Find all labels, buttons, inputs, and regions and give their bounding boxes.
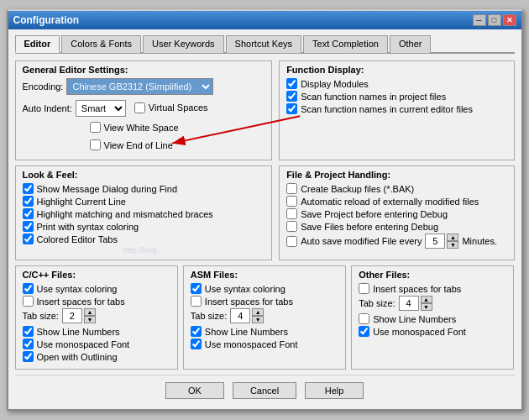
- look-feel-section: Look & Feel: Show Message Dialog during …: [15, 165, 273, 260]
- cpp-show-line-numbers-label: Show Line Numbers: [37, 327, 120, 337]
- ok-button[interactable]: OK: [165, 382, 224, 399]
- scan-project-row: Scan function names in project files: [286, 91, 506, 102]
- auto-save-value[interactable]: [425, 234, 445, 249]
- asm-monospaced-label: Use monospaced Font: [205, 339, 298, 349]
- other-insert-spaces-checkbox[interactable]: [359, 283, 369, 294]
- asm-use-syntax-checkbox[interactable]: [191, 283, 202, 294]
- other-spin-up[interactable]: ▲: [421, 296, 432, 303]
- asm-use-syntax-label: Use syntax coloring: [205, 284, 285, 294]
- middle-sections: Look & Feel: Show Message Dialog during …: [15, 165, 515, 260]
- tab-shortcut-keys[interactable]: Shortcut Keys: [226, 35, 301, 53]
- spin-down[interactable]: ▼: [447, 241, 458, 249]
- cpp-insert-spaces-checkbox[interactable]: [23, 296, 34, 307]
- close-button[interactable]: ✕: [503, 14, 516, 26]
- function-display-section: Function Display: Display Modules Scan f…: [279, 60, 514, 160]
- other-insert-spaces-row: Insert spaces for tabs: [359, 283, 506, 294]
- virtual-spaces-checkbox[interactable]: [134, 102, 145, 113]
- other-tab-size-label: Tab size:: [359, 298, 395, 308]
- tab-text-completion[interactable]: Text Completion: [303, 35, 388, 53]
- save-files-debug-label: Save Files before entering Debug: [301, 222, 438, 232]
- view-white-space-checkbox[interactable]: [90, 122, 101, 133]
- asm-spin-up[interactable]: ▲: [252, 308, 264, 316]
- asm-spin-down[interactable]: ▼: [252, 316, 264, 323]
- asm-tab-size-value[interactable]: [230, 308, 250, 323]
- create-backup-checkbox[interactable]: [286, 183, 297, 194]
- other-monospaced-checkbox[interactable]: [359, 326, 369, 337]
- show-message-dialog-checkbox[interactable]: [23, 183, 34, 194]
- colored-editor-tabs-checkbox[interactable]: [23, 234, 34, 244]
- cpp-tab-spinbox: ▲ ▼: [62, 308, 96, 323]
- view-white-space-label: View White Space: [104, 123, 179, 133]
- minutes-label: Minutes.: [462, 236, 497, 246]
- other-tab-size-row: Tab size: ▲ ▼: [359, 296, 506, 311]
- cpp-use-syntax-label: Use syntax coloring: [37, 284, 118, 294]
- cancel-button[interactable]: Cancel: [233, 382, 296, 399]
- asm-files-title: ASM Files:: [191, 270, 338, 280]
- highlight-current-line-label: Highlight Current Line: [37, 197, 126, 207]
- save-files-debug-checkbox[interactable]: [286, 221, 297, 232]
- file-project-item-4: Auto save modified File every ▲ ▼ Minute…: [286, 234, 506, 249]
- cpp-spin-up[interactable]: ▲: [84, 308, 96, 316]
- cpp-spin-down[interactable]: ▼: [84, 316, 96, 323]
- tab-colors-fonts[interactable]: Colors & Fonts: [61, 35, 141, 53]
- asm-monospaced-checkbox[interactable]: [191, 339, 202, 349]
- scan-current-row: Scan function names in current editor fi…: [286, 103, 506, 114]
- virtual-spaces-label: Virtual Spaces: [149, 102, 208, 113]
- window-title: Configuration: [13, 14, 80, 26]
- other-insert-spaces-label: Insert spaces for tabs: [373, 284, 461, 294]
- maximize-button[interactable]: □: [488, 14, 501, 26]
- cpp-monospaced-checkbox[interactable]: [23, 339, 34, 349]
- scan-project-checkbox[interactable]: [286, 91, 297, 102]
- display-modules-row: Display Modules: [286, 78, 506, 89]
- auto-reload-checkbox[interactable]: [286, 196, 297, 207]
- cpp-show-line-numbers-checkbox[interactable]: [23, 326, 34, 337]
- help-button[interactable]: Help: [305, 382, 364, 399]
- auto-indent-select[interactable]: Smart None C Style: [76, 100, 126, 117]
- file-project-item-3: Save Files before entering Debug: [286, 221, 506, 232]
- tab-bar: Editor Colors & Fonts User Keywords Shor…: [15, 34, 515, 54]
- display-modules-checkbox[interactable]: [286, 78, 297, 89]
- asm-show-line-numbers-checkbox[interactable]: [191, 326, 202, 337]
- highlight-current-line-checkbox[interactable]: [23, 196, 34, 207]
- asm-tab-spinbox: ▲ ▼: [230, 308, 264, 323]
- watermark: http://blog...: [23, 246, 265, 255]
- tab-user-keywords[interactable]: User Keywords: [143, 35, 224, 53]
- highlight-matching-checkbox[interactable]: [23, 208, 34, 219]
- save-project-debug-checkbox[interactable]: [286, 208, 297, 219]
- cpp-monospaced-row: Use monospaced Font: [23, 339, 170, 349]
- asm-tab-size-label: Tab size:: [191, 311, 227, 321]
- asm-show-line-numbers-label: Show Line Numbers: [205, 327, 288, 337]
- other-files-section: Other Files: Insert spaces for tabs Tab …: [351, 265, 514, 370]
- auto-indent-row: Auto Indent: Smart None C Style Virtual …: [23, 100, 265, 117]
- view-end-of-line-label: View End of Line: [104, 140, 173, 150]
- cpp-use-syntax-checkbox[interactable]: [23, 283, 34, 294]
- other-files-title: Other Files:: [359, 270, 506, 280]
- other-show-line-numbers-checkbox[interactable]: [359, 313, 369, 324]
- print-syntax-checkbox[interactable]: [23, 221, 34, 232]
- spinbox-arrows: ▲ ▼: [447, 234, 458, 249]
- encoding-select[interactable]: Chinese GB2312 (Simplified): [66, 78, 213, 95]
- cpp-tab-size-value[interactable]: [62, 308, 82, 323]
- cpp-open-outlining-checkbox[interactable]: [23, 351, 34, 362]
- other-spinbox-arrows: ▲ ▼: [421, 296, 432, 311]
- asm-monospaced-row: Use monospaced Font: [191, 339, 338, 349]
- spin-up[interactable]: ▲: [447, 234, 458, 241]
- tab-other[interactable]: Other: [390, 35, 432, 53]
- file-project-item-1: Automatic reload of externally modified …: [286, 196, 506, 207]
- tab-editor[interactable]: Editor: [15, 35, 60, 53]
- scan-current-checkbox[interactable]: [286, 103, 297, 114]
- look-feel-item-3: Print with syntax coloring: [23, 221, 265, 232]
- display-modules-label: Display Modules: [301, 79, 369, 89]
- asm-show-line-numbers-row: Show Line Numbers: [191, 326, 338, 337]
- other-monospaced-row: Use monospaced Font: [359, 326, 506, 337]
- minimize-button[interactable]: ─: [473, 14, 486, 26]
- other-spin-down[interactable]: ▼: [421, 303, 432, 311]
- view-end-of-line-checkbox[interactable]: [90, 139, 101, 150]
- other-tab-size-value[interactable]: [399, 296, 419, 311]
- asm-files-section: ASM Files: Use syntax coloring Insert sp…: [183, 265, 346, 370]
- cpp-insert-spaces-row: Insert spaces for tabs: [23, 296, 170, 307]
- cpp-insert-spaces-label: Insert spaces for tabs: [37, 297, 125, 307]
- asm-insert-spaces-checkbox[interactable]: [191, 296, 202, 307]
- look-feel-title: Look & Feel:: [23, 170, 265, 180]
- auto-save-checkbox[interactable]: [286, 236, 297, 247]
